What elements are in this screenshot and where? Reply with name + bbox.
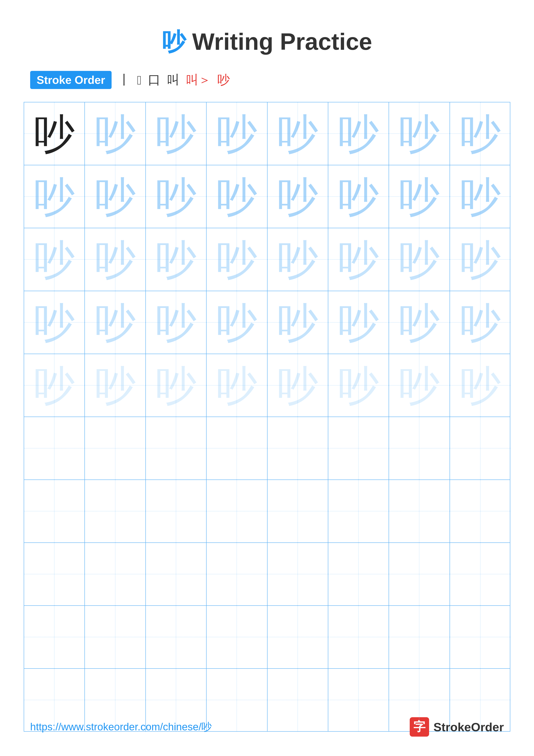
practice-char: 吵 [24,113,85,154]
grid-cell[interactable]: 吵 [146,102,207,165]
grid-cell[interactable]: 吵 [267,291,328,354]
grid-row [24,543,510,606]
grid-cell[interactable]: 吵 [450,354,511,417]
practice-char: 吵 [328,113,389,154]
grid-cell[interactable] [450,417,511,479]
grid-cell[interactable] [24,606,85,668]
practice-char: 吵 [146,302,206,343]
grid-cell[interactable]: 吵 [450,102,511,165]
grid-cell[interactable] [450,480,511,542]
grid-cell[interactable] [85,417,146,479]
grid-cell[interactable]: 吵 [267,354,328,417]
grid-cell[interactable]: 吵 [146,291,207,354]
practice-char: 吵 [146,365,206,406]
grid-cell[interactable]: 吵 [24,291,85,354]
page-title: 吵 Writing Practice [0,0,534,71]
grid-cell[interactable] [267,606,328,668]
grid-cell[interactable]: 吵 [85,165,146,228]
grid-cell[interactable] [85,480,146,542]
grid-cell[interactable]: 吵 [389,354,450,417]
practice-char: 吵 [24,176,85,217]
grid-cell[interactable]: 吵 [450,165,511,228]
grid-cell[interactable] [146,480,207,542]
grid-cell[interactable]: 吵 [207,165,267,228]
grid-cell[interactable]: 吵 [24,165,85,228]
grid-cell[interactable]: 吵 [450,228,511,291]
grid-cell[interactable] [146,606,207,668]
practice-char: 吵 [207,365,267,406]
grid-cell[interactable]: 吵 [85,354,146,417]
grid-cell[interactable]: 吵 [24,354,85,417]
grid-cell[interactable] [389,543,450,606]
grid-cell[interactable] [389,480,450,542]
practice-char: 吵 [24,302,85,343]
practice-char: 吵 [207,239,267,280]
practice-char: 吵 [328,365,389,406]
practice-char: 吵 [146,239,206,280]
grid-cell[interactable]: 吵 [328,291,389,354]
practice-char: 吵 [207,302,267,343]
grid-cell[interactable] [207,543,267,606]
grid-cell[interactable]: 吵 [24,102,85,165]
grid-cell[interactable] [85,606,146,668]
grid-cell[interactable] [24,480,85,542]
grid-cell[interactable] [328,417,389,479]
grid-cell[interactable] [267,543,328,606]
grid-cell[interactable]: 吵 [146,165,207,228]
grid-cell[interactable]: 吵 [267,228,328,291]
grid-cell[interactable]: 吵 [24,228,85,291]
practice-char: 吵 [389,113,449,154]
grid-cell[interactable]: 吵 [146,228,207,291]
grid-cell[interactable] [267,417,328,479]
grid-cell[interactable]: 吵 [207,291,267,354]
grid-cell[interactable] [24,417,85,479]
grid-cell[interactable]: 吵 [389,165,450,228]
grid-cell[interactable]: 吵 [267,102,328,165]
grid-cell[interactable] [146,417,207,479]
grid-cell[interactable]: 吵 [85,291,146,354]
grid-cell[interactable]: 吵 [328,228,389,291]
grid-cell[interactable]: 吵 [207,102,267,165]
practice-char: 吵 [85,302,145,343]
grid-cell[interactable] [146,543,207,606]
practice-char: 吵 [450,176,511,217]
practice-char: 吵 [85,113,145,154]
footer-brand: 字 StrokeOrder [410,717,504,737]
grid-cell[interactable] [328,543,389,606]
grid-row [24,606,510,669]
stroke-step-2: 𠃍 [137,73,141,87]
stroke-order-steps: 丨 𠃍 口 叫 叫＞ 吵 [118,71,230,88]
footer: https://www.strokeorder.com/chinese/吵 字 … [0,717,534,737]
grid-cell[interactable] [207,606,267,668]
grid-cell[interactable]: 吵 [389,228,450,291]
title-text: Writing Practice [192,28,372,55]
grid-cell[interactable]: 吵 [207,228,267,291]
grid-cell[interactable]: 吵 [389,102,450,165]
grid-cell[interactable] [267,480,328,542]
grid-cell[interactable]: 吵 [389,291,450,354]
footer-url[interactable]: https://www.strokeorder.com/chinese/吵 [30,720,212,734]
grid-cell[interactable]: 吵 [328,165,389,228]
writing-grid: 吵 吵 吵 吵 吵 吵 吵 吵 吵 吵 吵 吵 吵 吵 吵 吵 吵 吵 吵 吵 … [24,102,510,732]
grid-cell[interactable]: 吵 [85,102,146,165]
grid-cell[interactable]: 吵 [328,102,389,165]
grid-cell[interactable] [450,543,511,606]
grid-cell[interactable] [24,543,85,606]
grid-cell[interactable]: 吵 [267,165,328,228]
grid-cell[interactable]: 吵 [328,354,389,417]
grid-cell[interactable] [328,480,389,542]
grid-cell[interactable] [207,417,267,479]
grid-cell[interactable] [207,480,267,542]
grid-cell[interactable]: 吵 [207,354,267,417]
grid-cell[interactable]: 吵 [85,228,146,291]
grid-cell[interactable] [450,606,511,668]
stroke-step-3: 口 [148,71,161,88]
grid-cell[interactable] [389,606,450,668]
practice-char: 吵 [207,113,267,154]
practice-char: 吵 [389,365,449,406]
grid-cell[interactable]: 吵 [146,354,207,417]
grid-cell[interactable]: 吵 [450,291,511,354]
grid-cell[interactable] [328,606,389,668]
grid-cell[interactable] [389,417,450,479]
grid-cell[interactable] [85,543,146,606]
